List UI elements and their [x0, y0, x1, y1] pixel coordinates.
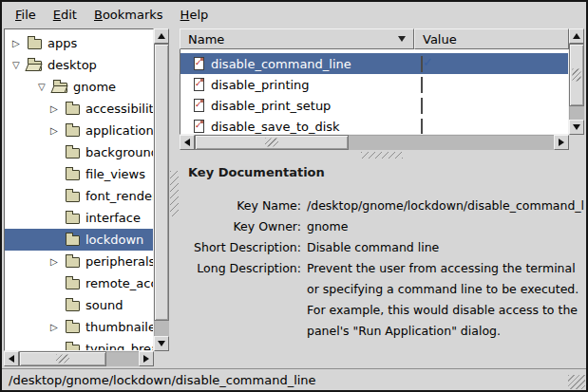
key-documentation-fields: Key Name: /desktop/gnome/lockdown/disabl…	[180, 196, 584, 342]
value-checkbox[interactable]	[421, 119, 423, 135]
resize-grip[interactable]	[568, 375, 585, 389]
arrow-left-icon	[9, 355, 14, 363]
boolean-key-icon	[194, 120, 204, 133]
expander-icon[interactable]	[10, 38, 28, 48]
key-row-disable_printing[interactable]: disable_printing	[180, 74, 568, 95]
key-row-disable_save_to_disk[interactable]: disable_save_to_disk	[180, 116, 568, 135]
tree-scroll-down-button[interactable]	[154, 336, 169, 351]
doc-field-value: Prevent the user from accessing the term…	[307, 258, 584, 342]
tree-item-apps[interactable]: apps	[5, 32, 153, 54]
doc-field-row: Long Description: Prevent the user from …	[180, 258, 584, 342]
tree-vertical-scroll-thumb[interactable]	[154, 44, 169, 321]
doc-field-value: gnome	[307, 216, 584, 237]
folder-icon	[66, 279, 80, 289]
scroll-grip-icon	[265, 139, 278, 147]
list-vertical-scrollbar[interactable]	[569, 28, 584, 135]
tree-item-label: file_views	[85, 167, 145, 181]
scrollbar-corner	[569, 135, 584, 150]
key-name-label: disable_print_setup	[211, 99, 331, 113]
tree-item-label: apps	[47, 36, 77, 50]
arrow-left-icon	[184, 139, 190, 146]
tree-item-label: thumbnailers	[85, 320, 154, 334]
key-row-disable_command_line[interactable]: disable_command_line	[180, 53, 568, 74]
tree-horizontal-scrollbar[interactable]	[4, 351, 154, 366]
column-header-value-label: Value	[423, 32, 457, 47]
menu-bar: File Edit Bookmarks Help	[2, 2, 586, 27]
arrow-up-icon	[158, 33, 165, 39]
list-scroll-left-button[interactable]	[180, 135, 195, 150]
value-checkbox[interactable]	[421, 77, 423, 93]
tree-scroll-up-button[interactable]	[154, 28, 169, 44]
folder-icon	[66, 126, 80, 137]
tree-item-remote_access[interactable]: remote_access	[5, 272, 153, 294]
doc-field-row: Key Name: /desktop/gnome/lockdown/disabl…	[180, 196, 584, 216]
vertical-pane-splitter[interactable]	[169, 28, 180, 366]
list-horizontal-scroll-thumb[interactable]	[195, 135, 349, 150]
doc-field-label: Key Owner:	[180, 216, 301, 237]
tree-item-applications[interactable]: applications	[5, 120, 153, 141]
folder-tree: apps desktop gnome accessibility applica…	[4, 28, 154, 351]
tree-item-font_rendering[interactable]: font_rendering	[5, 185, 153, 207]
list-scroll-down-button[interactable]	[569, 120, 584, 135]
expander-icon[interactable]	[48, 322, 66, 332]
value-checkbox[interactable]	[421, 98, 423, 114]
folder-tree-pane: apps desktop gnome accessibility applica…	[4, 28, 169, 366]
tree-scroll-right-button[interactable]	[139, 351, 154, 366]
folder-icon	[66, 170, 80, 180]
tree-vertical-scrollbar[interactable]	[154, 28, 169, 351]
arrow-down-icon	[573, 124, 580, 130]
key-row-disable_print_setup[interactable]: disable_print_setup	[180, 95, 568, 116]
folder-icon	[66, 214, 80, 224]
list-scroll-up-button[interactable]	[569, 28, 584, 44]
arrow-right-icon	[559, 139, 564, 146]
expander-icon[interactable]	[48, 256, 66, 267]
list-scroll-right-button[interactable]	[554, 135, 569, 150]
tree-horizontal-scroll-thumb[interactable]	[19, 351, 106, 366]
key-value-cell	[415, 78, 568, 92]
doc-field-label: Key Name:	[180, 196, 301, 216]
tree-item-peripherals[interactable]: peripherals	[5, 251, 153, 272]
expander-icon[interactable]	[48, 125, 66, 136]
tree-scroll-left-button[interactable]	[4, 351, 19, 366]
value-checkbox[interactable]	[421, 56, 423, 72]
key-list: disable_command_line disable_printing di…	[180, 49, 569, 135]
column-header-name[interactable]: Name	[180, 28, 414, 49]
menu-help[interactable]: Help	[172, 5, 218, 25]
key-name-cell: disable_save_to_disk	[180, 120, 415, 134]
column-header-value[interactable]: Value	[414, 28, 569, 49]
list-horizontal-scrollbar[interactable]	[180, 135, 569, 150]
menu-edit[interactable]: Edit	[45, 5, 85, 25]
folder-icon	[66, 148, 80, 159]
doc-field-row: Short Description: Disable command line	[180, 237, 584, 258]
tree-item-accessibility[interactable]: accessibility	[5, 98, 153, 120]
key-name-label: disable_command_line	[211, 57, 351, 71]
doc-field-value: /desktop/gnome/lockdown/disable_command_…	[307, 196, 584, 216]
list-vertical-scroll-thumb[interactable]	[569, 44, 584, 106]
tree-item-typing_break[interactable]: typing_break	[5, 338, 153, 351]
key-name-cell: disable_printing	[180, 78, 415, 92]
tree-item-label: background	[85, 145, 154, 159]
tree-item-interface[interactable]: interface	[5, 207, 153, 229]
key-value-cell	[415, 99, 568, 113]
status-bar: /desktop/gnome/lockdown/disable_command_…	[2, 368, 586, 390]
horizontal-pane-splitter[interactable]	[180, 150, 584, 159]
menu-bookmarks[interactable]: Bookmarks	[85, 5, 172, 25]
expander-icon[interactable]	[48, 103, 66, 114]
key-documentation-title: Key Documentation	[180, 159, 584, 179]
boolean-key-icon	[194, 99, 204, 112]
tree-item-gnome[interactable]: gnome	[5, 76, 153, 98]
splitter-grip-icon	[361, 152, 403, 159]
key-value-cell	[415, 120, 568, 134]
tree-item-sound[interactable]: sound	[5, 294, 153, 316]
tree-item-desktop[interactable]: desktop	[5, 54, 153, 76]
key-list-pane: Name Value disable_command_line disable_…	[180, 28, 584, 150]
tree-item-label: applications	[85, 123, 154, 138]
folder-icon	[66, 235, 80, 246]
doc-field-label: Short Description:	[180, 237, 301, 258]
tree-item-background[interactable]: background	[5, 141, 153, 163]
tree-item-thumbnailers[interactable]: thumbnailers	[5, 316, 153, 338]
tree-item-file_views[interactable]: file_views	[5, 163, 153, 185]
key-list-header: Name Value	[180, 28, 569, 49]
tree-item-lockdown[interactable]: lockdown	[5, 229, 153, 251]
menu-file[interactable]: File	[7, 5, 45, 25]
